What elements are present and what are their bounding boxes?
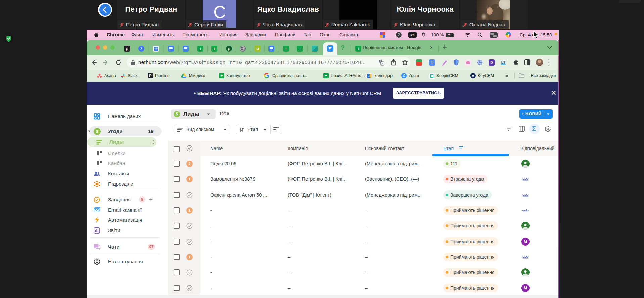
svg-text:A: A (382, 62, 383, 65)
